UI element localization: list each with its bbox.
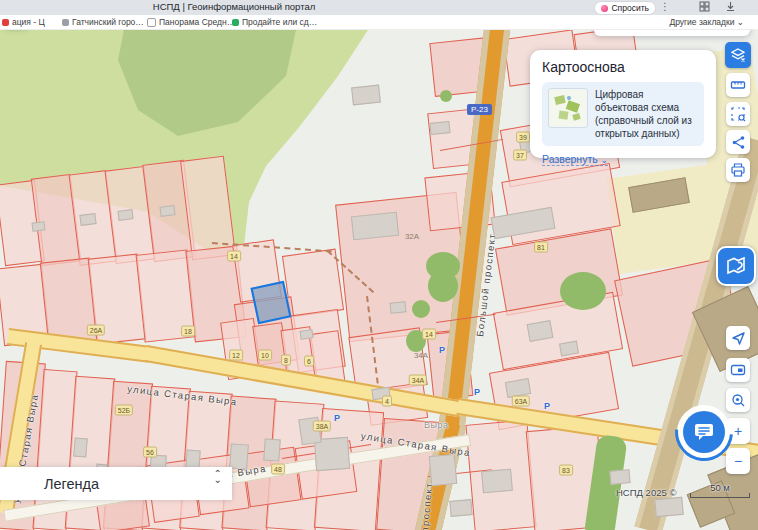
house-number-badge: 37: [513, 150, 527, 161]
panorama-button[interactable]: [726, 358, 750, 382]
house-number-badge: 63А: [512, 396, 530, 407]
building: [299, 329, 313, 340]
tab-title: НСПД | Геоинформационный портал: [60, 1, 408, 12]
basemap-description: Цифровая объектовая схема (справочный сл…: [595, 88, 698, 140]
house-number-badge: 48: [271, 464, 285, 475]
house-number-badge: 4: [382, 396, 392, 407]
basemap-thumbnail: [548, 88, 588, 128]
place-label: Выра: [424, 420, 448, 430]
house-number-label: 34А: [412, 351, 430, 361]
parking-icon: Р: [334, 413, 340, 423]
legend-panel: Легенда ⌃ ⌄: [0, 467, 232, 500]
parking-icon: Р: [474, 387, 480, 397]
scale-line: [690, 493, 750, 498]
scale-bar: 50 м: [690, 482, 750, 498]
print-button[interactable]: [726, 158, 750, 182]
house-number-badge: 56: [143, 447, 157, 458]
house-number-badge: 8: [281, 355, 291, 366]
bookmark-item[interactable]: Продайте или сд…: [232, 17, 317, 27]
chat-widget[interactable]: [676, 404, 732, 460]
share-button[interactable]: [726, 130, 750, 154]
locate-arrow-button[interactable]: [726, 326, 750, 350]
bookmark-favicon: [2, 19, 9, 26]
building: [79, 213, 96, 226]
selected-parcel[interactable]: [251, 281, 292, 324]
expand-link[interactable]: Развернуть ⌄: [542, 153, 608, 166]
ask-button[interactable]: Спросить: [594, 1, 656, 15]
building: [351, 212, 399, 241]
browser-titlebar: НСПД | Геоинформационный портал Спросить…: [0, 0, 758, 15]
bookmark-item[interactable]: Гатчинский горо…: [62, 17, 144, 27]
house-number-badge: 34А: [409, 375, 427, 386]
collections-icon[interactable]: [699, 1, 710, 12]
house-number-badge: 12: [229, 350, 243, 361]
house-number-badge: 39: [516, 132, 530, 143]
house-number-badge: 38А: [313, 421, 331, 432]
building: [263, 438, 280, 461]
ask-label: Спросить: [611, 3, 649, 13]
legend-title: Легенда: [44, 476, 99, 492]
house-number-badge: 18: [181, 326, 195, 337]
bookmark-favicon: [62, 19, 69, 26]
bookmarks-bar: ация - Ц Гатчинский горо… Панорама Средн…: [0, 15, 758, 30]
other-bookmarks[interactable]: Другие закладки ⌄: [669, 17, 744, 27]
building: [159, 205, 175, 217]
building: [32, 221, 46, 232]
legend-expand-toggle[interactable]: ⌃ ⌄: [214, 471, 222, 483]
house-number-badge: 10: [258, 350, 272, 361]
building: [449, 499, 472, 517]
chevron-down-icon: ⌄: [601, 155, 609, 165]
download-icon[interactable]: [725, 1, 736, 12]
assistant-icon: [601, 5, 608, 12]
building: [351, 85, 381, 106]
basemap-layer-row[interactable]: Цифровая объектовая схема (справочный сл…: [542, 82, 704, 146]
layers-button[interactable]: [725, 42, 751, 68]
basemap-card: Картооснова Цифровая объектовая схема (с…: [530, 50, 716, 158]
house-number-badge: 14: [422, 329, 436, 340]
bookmark-item[interactable]: Панорама Средн…: [147, 17, 235, 27]
kebab-menu-icon[interactable]: ⋮: [660, 1, 670, 12]
building: [609, 469, 630, 485]
map-catalog-button[interactable]: [716, 246, 756, 286]
building: [654, 497, 683, 517]
house-number-badge: 6: [304, 356, 314, 367]
scale-label: 50 м: [690, 482, 750, 493]
building: [73, 437, 88, 457]
house-number-label: 32А: [403, 232, 421, 242]
vegetation: [412, 300, 430, 318]
house-number-badge: 52Б: [115, 405, 133, 416]
building: [429, 121, 450, 135]
building: [481, 469, 513, 494]
house-number-badge: 26А: [87, 325, 105, 336]
basemap-title: Картооснова: [542, 59, 704, 75]
bookmark-favicon: [147, 18, 156, 27]
bookmark-item[interactable]: ация - Ц: [2, 17, 45, 27]
route-number-badge: Р-23: [467, 104, 492, 115]
chat-button[interactable]: [683, 411, 725, 453]
vegetation: [440, 90, 452, 102]
bookmark-favicon: [232, 19, 239, 26]
ruler-button[interactable]: [726, 73, 750, 97]
house-number-badge: 83: [559, 465, 573, 476]
map-copyright: НСПД 2025 ©: [616, 487, 676, 498]
parking-icon: Р: [544, 401, 550, 411]
vegetation: [560, 272, 606, 310]
vegetation: [428, 270, 458, 302]
house-number-badge: 81: [534, 242, 548, 253]
building: [389, 301, 406, 314]
select-area-button[interactable]: [726, 102, 750, 126]
building: [117, 209, 133, 221]
house-number-badge: 14: [227, 251, 241, 262]
parking-icon: Р: [439, 345, 445, 355]
